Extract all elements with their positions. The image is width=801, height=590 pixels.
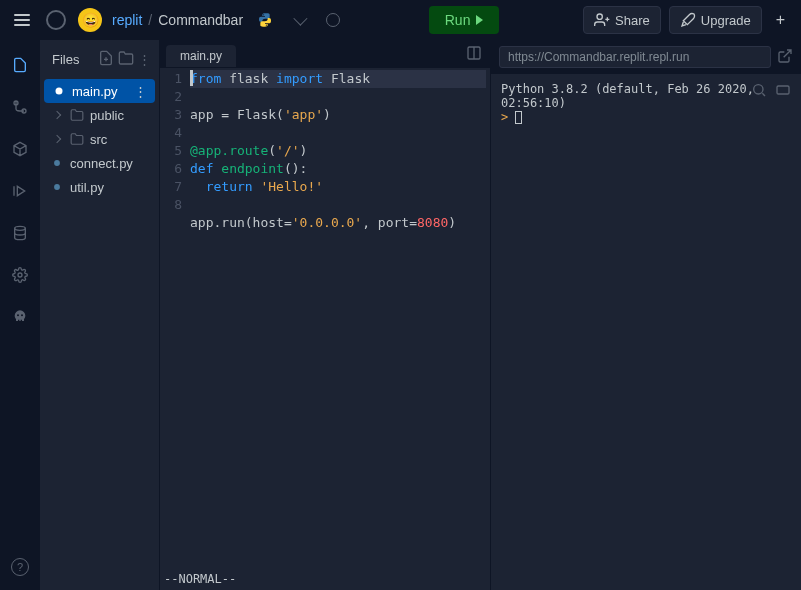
file-item[interactable]: connect.py: [40, 151, 159, 175]
console-version: Python 3.8.2 (default, Feb 26 2020, 02:5…: [501, 82, 791, 110]
console-cursor: [515, 111, 522, 124]
console-prompt: >: [501, 110, 508, 124]
breadcrumb-sep: /: [148, 12, 152, 28]
database-icon[interactable]: [9, 222, 31, 244]
history-icon[interactable]: [321, 8, 345, 32]
file-more-icon[interactable]: ⋮: [134, 84, 147, 99]
share-icon: [594, 12, 610, 28]
skull-icon[interactable]: [9, 306, 31, 328]
menu-icon[interactable]: [10, 8, 34, 32]
file-item[interactable]: public: [40, 103, 159, 127]
run-button[interactable]: Run: [429, 6, 500, 34]
logo-spiral-icon: [44, 8, 68, 32]
file-name: connect.py: [70, 156, 133, 171]
console-clear-icon[interactable]: [775, 82, 791, 101]
svg-point-1: [18, 273, 22, 277]
vim-status: --NORMAL--: [160, 572, 490, 590]
file-name: util.py: [70, 180, 104, 195]
python-file-icon: [50, 179, 64, 195]
play-icon: [476, 15, 483, 25]
file-name: src: [90, 132, 107, 147]
file-item[interactable]: src: [40, 127, 159, 151]
file-name: public: [90, 108, 124, 123]
editor-tab[interactable]: main.py: [166, 45, 236, 67]
svg-point-6: [754, 85, 763, 94]
file-item[interactable]: util.py: [40, 175, 159, 199]
svg-point-2: [56, 88, 63, 95]
debugger-icon[interactable]: [9, 180, 31, 202]
avatar[interactable]: 😄: [78, 8, 102, 32]
svg-point-0: [15, 226, 26, 230]
tab-layout-icon[interactable]: [466, 45, 482, 64]
files-panel-title: Files: [52, 52, 94, 67]
code-editor[interactable]: 12345678 from flask import Flaskapp = Fl…: [160, 68, 490, 572]
new-button[interactable]: +: [770, 11, 791, 29]
help-icon[interactable]: ?: [9, 556, 31, 578]
rocket-icon: [680, 12, 696, 28]
settings-icon[interactable]: [9, 264, 31, 286]
breadcrumb: replit / Commandbar: [112, 12, 243, 28]
new-folder-icon[interactable]: [118, 50, 134, 69]
org-link[interactable]: replit: [112, 12, 142, 28]
vcs-icon[interactable]: [9, 96, 31, 118]
folder-icon: [70, 107, 84, 123]
new-file-icon[interactable]: [98, 50, 114, 69]
files-tab-icon[interactable]: [9, 54, 31, 76]
file-name: main.py: [72, 84, 118, 99]
svg-point-3: [54, 160, 60, 166]
webview-url-input[interactable]: [499, 46, 771, 68]
console-search-icon[interactable]: [751, 82, 767, 101]
svg-point-4: [54, 184, 60, 190]
upgrade-button[interactable]: Upgrade: [669, 6, 762, 34]
more-icon[interactable]: ⋮: [138, 52, 151, 67]
console[interactable]: Python 3.8.2 (default, Feb 26 2020, 02:5…: [491, 74, 801, 590]
python-file-icon: [50, 155, 64, 171]
python-file-icon: [52, 83, 66, 99]
lang-dropdown-icon[interactable]: [287, 8, 311, 32]
open-external-icon[interactable]: [777, 48, 793, 67]
python-lang-icon: [253, 8, 277, 32]
file-item[interactable]: main.py⋮: [44, 79, 155, 103]
packages-icon[interactable]: [9, 138, 31, 160]
folder-icon: [70, 131, 84, 147]
share-button[interactable]: Share: [583, 6, 661, 34]
svg-rect-7: [777, 86, 789, 94]
project-name[interactable]: Commandbar: [158, 12, 243, 28]
